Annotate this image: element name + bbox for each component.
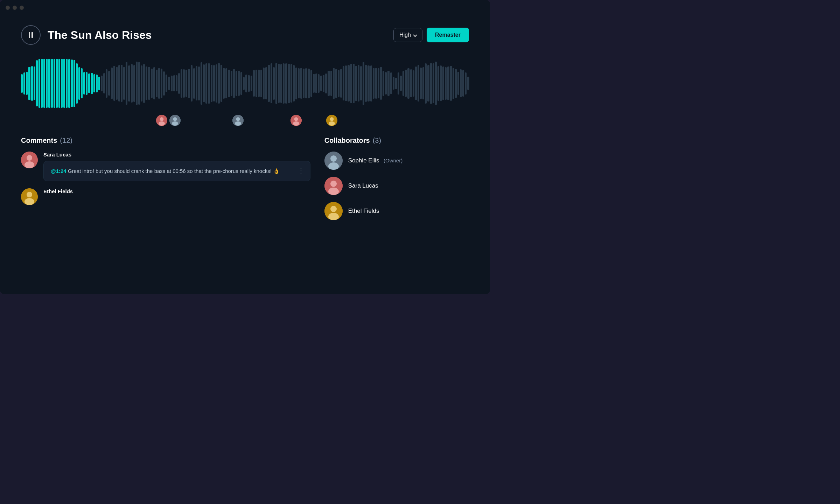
wave-bar[interactable]: [245, 75, 247, 92]
wave-bar[interactable]: [340, 69, 342, 98]
wave-bar[interactable]: [54, 59, 55, 108]
timeline-avatar-sophie-1[interactable]: [169, 114, 181, 127]
wave-bar[interactable]: [253, 70, 255, 97]
wave-bar[interactable]: [278, 64, 280, 103]
wave-bar[interactable]: [418, 65, 419, 102]
wave-bar[interactable]: [113, 66, 115, 101]
wave-bar[interactable]: [263, 68, 265, 99]
wave-bar[interactable]: [338, 70, 340, 97]
wave-bar[interactable]: [273, 67, 275, 100]
wave-bar[interactable]: [395, 78, 397, 89]
wave-bar[interactable]: [191, 65, 192, 102]
wave-bar[interactable]: [413, 70, 414, 97]
wave-bar[interactable]: [74, 60, 75, 107]
wave-bar[interactable]: [51, 59, 53, 108]
wave-bar[interactable]: [293, 65, 295, 102]
wave-bar[interactable]: [61, 59, 63, 108]
wave-bar[interactable]: [265, 67, 267, 99]
wave-bar[interactable]: [462, 70, 464, 97]
wave-bar[interactable]: [335, 69, 337, 98]
wave-bar[interactable]: [143, 64, 145, 103]
wave-bar[interactable]: [298, 68, 300, 98]
wave-bar[interactable]: [56, 59, 58, 108]
wave-bar[interactable]: [223, 68, 225, 99]
wave-bar[interactable]: [303, 69, 304, 98]
wave-bar[interactable]: [218, 63, 220, 104]
wave-bar[interactable]: [43, 59, 45, 108]
wave-bar[interactable]: [116, 67, 118, 100]
wave-bar[interactable]: [146, 66, 147, 100]
wave-bar[interactable]: [300, 68, 302, 99]
wave-bar[interactable]: [233, 69, 235, 98]
wave-bar[interactable]: [148, 67, 150, 100]
wave-bar[interactable]: [213, 65, 215, 102]
close-button[interactable]: [6, 6, 10, 10]
remaster-button[interactable]: Remaster: [427, 28, 469, 42]
wave-bar[interactable]: [166, 75, 167, 92]
wave-bar[interactable]: [455, 69, 457, 98]
wave-bar[interactable]: [118, 65, 120, 102]
wave-bar[interactable]: [283, 63, 285, 104]
wave-bar[interactable]: [447, 66, 449, 100]
wave-bar[interactable]: [201, 62, 202, 105]
wave-bar[interactable]: [258, 70, 260, 97]
wave-bar[interactable]: [128, 65, 130, 102]
wave-bar[interactable]: [350, 64, 352, 103]
wave-bar[interactable]: [211, 65, 212, 102]
wave-bar[interactable]: [86, 72, 88, 95]
wave-bar[interactable]: [28, 67, 30, 100]
wave-bar[interactable]: [308, 69, 309, 98]
wave-bar[interactable]: [420, 68, 422, 99]
wave-bar[interactable]: [205, 63, 207, 104]
wave-bar[interactable]: [425, 63, 427, 104]
wave-bar[interactable]: [103, 73, 105, 93]
wave-bar[interactable]: [248, 75, 250, 92]
wave-bar[interactable]: [83, 72, 85, 94]
wave-bar[interactable]: [375, 68, 377, 99]
wave-bar[interactable]: [136, 62, 138, 105]
wave-bar[interactable]: [410, 69, 412, 97]
wave-bar[interactable]: [23, 72, 25, 94]
wave-bar[interactable]: [271, 63, 272, 103]
wave-bar[interactable]: [96, 75, 98, 92]
wave-bar[interactable]: [88, 74, 90, 93]
wave-bar[interactable]: [348, 65, 349, 102]
wave-bar[interactable]: [225, 68, 227, 98]
wave-bar[interactable]: [48, 59, 50, 108]
wave-bar[interactable]: [138, 62, 140, 105]
wave-bar[interactable]: [450, 66, 452, 101]
wave-bar[interactable]: [280, 64, 282, 103]
wave-bar[interactable]: [58, 59, 60, 108]
wave-bar[interactable]: [126, 62, 127, 105]
wave-bar[interactable]: [333, 68, 335, 99]
wave-bar[interactable]: [78, 67, 80, 100]
wave-bar[interactable]: [181, 69, 182, 98]
wave-bar[interactable]: [453, 68, 454, 99]
wave-bar[interactable]: [243, 77, 245, 90]
wave-bar[interactable]: [310, 70, 312, 97]
wave-bar[interactable]: [407, 68, 409, 99]
wave-bar[interactable]: [268, 65, 270, 102]
wave-bar[interactable]: [81, 68, 83, 98]
timeline-avatar-ethel-1[interactable]: [326, 114, 338, 127]
wave-bar[interactable]: [196, 66, 197, 100]
wave-bar[interactable]: [236, 71, 237, 96]
wave-bar[interactable]: [427, 65, 429, 102]
wave-bar[interactable]: [393, 77, 394, 90]
wave-bar[interactable]: [240, 72, 242, 95]
maximize-button[interactable]: [20, 6, 24, 10]
quality-selector[interactable]: High: [393, 28, 422, 42]
wave-bar[interactable]: [353, 64, 355, 103]
wave-bar[interactable]: [26, 72, 28, 95]
wave-bar[interactable]: [131, 64, 133, 103]
wave-bar[interactable]: [161, 69, 162, 98]
wave-bar[interactable]: [325, 74, 327, 93]
wave-bar[interactable]: [111, 68, 113, 99]
wave-bar[interactable]: [345, 65, 347, 101]
wave-bar[interactable]: [173, 75, 175, 91]
wave-bar[interactable]: [158, 68, 160, 99]
wave-bar[interactable]: [373, 68, 374, 99]
wave-bar[interactable]: [251, 76, 252, 91]
wave-bar[interactable]: [21, 74, 23, 93]
wave-bar[interactable]: [438, 66, 439, 101]
